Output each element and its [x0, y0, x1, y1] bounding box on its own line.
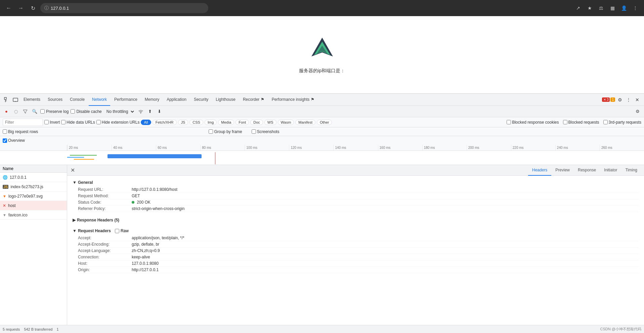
chip-ws[interactable]: WS [264, 120, 276, 125]
group-by-frame-checkbox[interactable]: Group by frame [209, 129, 242, 134]
bookmark-button[interactable]: ★ [585, 3, 594, 13]
referrer-policy-row: Referrer Policy: strict-origin-when-cros… [78, 206, 639, 212]
svg-rect-7 [13, 98, 18, 101]
address-text: 127.0.0.1 [51, 6, 69, 11]
tab-headers[interactable]: Headers [528, 165, 551, 176]
disable-cache-checkbox[interactable]: Disable cache [71, 109, 101, 114]
tab-manager-button[interactable]: ▦ [608, 3, 617, 13]
response-headers-section[interactable]: ▶ Response Headers (5) [73, 216, 639, 224]
share-button[interactable]: ↗ [573, 3, 583, 13]
file-icon-html: 🌐 [3, 175, 8, 180]
raw-checkbox[interactable]: Raw [115, 228, 129, 233]
tab-security[interactable]: Security [190, 94, 212, 106]
search-button[interactable]: 🔍 [31, 108, 38, 115]
hide-extension-urls-checkbox[interactable]: Hide extension URLs [96, 120, 140, 125]
origin-row: Origin: http://127.0.0.1 [78, 267, 639, 273]
chip-wasm[interactable]: Wasm [278, 120, 294, 125]
page-content: 服务器的ip和端口是： [0, 16, 644, 93]
tab-recorder[interactable]: Recorder ⚑ [240, 94, 268, 106]
chip-img[interactable]: Img [205, 120, 217, 125]
file-icon-svg: ▼ [3, 194, 6, 198]
file-item-127[interactable]: 🌐 127.0.0.1 [0, 173, 67, 182]
overview-checkbox[interactable]: Overview [3, 138, 25, 143]
clear-button[interactable]: ◌ [12, 108, 19, 115]
address-bar[interactable]: ⓘ 127.0.0.1 [40, 3, 208, 13]
chip-other[interactable]: Other [317, 120, 332, 125]
menu-button[interactable]: ⋮ [631, 3, 640, 13]
filter-button[interactable] [22, 108, 29, 115]
tab-performance-insights[interactable]: Performance insights ⚑ [268, 94, 318, 106]
request-headers-collapsible[interactable]: ▼ Request Headers [73, 227, 111, 235]
file-item-host[interactable]: ✕ host [0, 201, 67, 210]
chip-font[interactable]: Font [235, 120, 249, 125]
tab-network[interactable]: Network [89, 94, 110, 106]
devtools-right-icons: ✕ 3 1 ⚙ ⋮ ✕ [602, 96, 641, 104]
transferred-size: 542 B transferred [24, 327, 52, 331]
tab-initiator[interactable]: Initiator [600, 165, 621, 176]
record-button[interactable]: ● [3, 108, 10, 115]
extensions-button[interactable]: ⚖ [596, 3, 606, 13]
filter-input[interactable] [3, 119, 43, 126]
file-list: Name 🌐 127.0.0.1 JS index-5c27b273.js ▼ … [0, 165, 67, 325]
tab-elements[interactable]: Elements [20, 94, 44, 106]
wifi-button[interactable] [137, 108, 144, 115]
big-request-rows-checkbox[interactable]: Big request rows [3, 129, 38, 134]
preserve-log-checkbox[interactable]: Preserve log [40, 109, 69, 114]
invert-checkbox[interactable]: Invert [44, 120, 60, 125]
throttle-select[interactable]: No throttling [104, 108, 135, 115]
reload-button[interactable]: ↻ [28, 3, 38, 13]
timeline-header: 20 ms 40 ms 60 ms 80 ms 100 ms 120 ms 14… [0, 145, 644, 151]
general-section-header[interactable]: ▼ General [73, 178, 639, 186]
blocked-requests-checkbox[interactable]: Blocked requests [563, 120, 599, 125]
overview-row: Overview [0, 136, 644, 145]
connection-row: Connection: keep-alive [78, 254, 639, 260]
tab-sources[interactable]: Sources [44, 94, 66, 106]
chip-media[interactable]: Media [218, 120, 234, 125]
throttle-control: No throttling [104, 108, 135, 115]
detail-pane: ✕ Headers Preview Response Initiator Tim… [67, 165, 644, 325]
tab-lighthouse[interactable]: Lighthouse [212, 94, 239, 106]
status-code-row: Status Code: 200 OK [78, 199, 639, 206]
accept-language-row: Accept-Language: zh-CN,zh;q=0.9 [78, 248, 639, 254]
inspect-element-button[interactable] [3, 96, 11, 104]
page-subtitle: 服务器的ip和端口是： [299, 68, 345, 74]
tab-console[interactable]: Console [67, 94, 88, 106]
chip-css[interactable]: CSS [189, 120, 203, 125]
file-item-svg[interactable]: ▼ logo-277e0e97.svg [0, 192, 67, 201]
file-item-favicon[interactable]: ▼ favicon.ico [0, 210, 67, 220]
third-party-requests-checkbox[interactable]: 3rd-party requests [603, 120, 641, 125]
chip-fetchxhr[interactable]: Fetch/XHR [153, 120, 177, 125]
network-toolbar: ● ◌ 🔍 Preserve log Disable cache No thro… [0, 106, 644, 117]
timeline-area: 20 ms 40 ms 60 ms 80 ms 100 ms 120 ms 14… [0, 145, 644, 165]
screenshots-checkbox[interactable]: Screenshots [252, 129, 280, 134]
close-devtools-button[interactable]: ✕ [633, 96, 641, 104]
browser-right-icons: ↗ ★ ⚖ ▦ 👤 ⋮ [573, 3, 640, 13]
chip-manifest[interactable]: Manifest [295, 120, 315, 125]
devtools-more-button[interactable]: ⋮ [625, 96, 633, 104]
forward-button[interactable]: → [16, 3, 26, 13]
tab-performance[interactable]: Performance [111, 94, 141, 106]
upload-button[interactable]: ⬆ [146, 108, 154, 115]
tab-response[interactable]: Response [574, 165, 600, 176]
file-item-indexjs[interactable]: JS index-5c27b273.js [0, 182, 67, 192]
chip-doc[interactable]: Doc [250, 120, 263, 125]
back-button[interactable]: ← [4, 3, 13, 13]
download-button[interactable]: ⬇ [156, 108, 163, 115]
network-settings-btn[interactable]: ⚙ [634, 108, 641, 115]
chip-all[interactable]: All [141, 120, 151, 125]
chip-js[interactable]: JS [178, 120, 188, 125]
hide-data-urls-checkbox[interactable]: Hide data URLs [61, 120, 95, 125]
settings-button[interactable]: ⚙ [616, 96, 624, 104]
tab-memory[interactable]: Memory [141, 94, 163, 106]
status-dot [132, 201, 134, 204]
devtools: Elements Sources Console Network Perform… [0, 93, 644, 333]
request-headers-table: Accept: application/json, text/plain, */… [78, 235, 639, 273]
close-detail-button[interactable]: ✕ [70, 166, 76, 174]
tab-preview[interactable]: Preview [551, 165, 574, 176]
tab-application[interactable]: Application [163, 94, 190, 106]
profile-button[interactable]: 👤 [619, 3, 629, 13]
tab-timing[interactable]: Timing [621, 165, 641, 176]
device-toolbar-button[interactable] [11, 96, 19, 104]
headers-content: ▼ General Request URL: http://127.0.0.1:… [67, 176, 644, 280]
blocked-response-cookies-checkbox[interactable]: Blocked response cookies [507, 120, 559, 125]
